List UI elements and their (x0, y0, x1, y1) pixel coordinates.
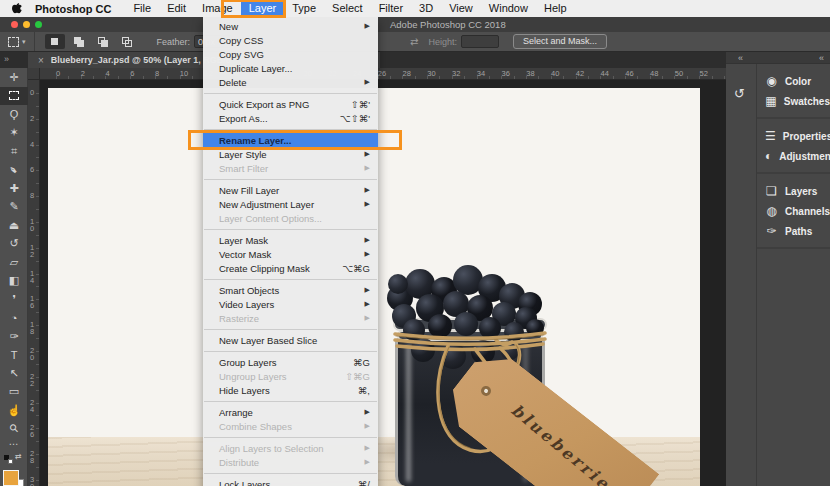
ruler-number: 2 (30, 115, 38, 122)
menu-item-duplicate-layer[interactable]: Duplicate Layer... (203, 61, 378, 75)
menubar-item-type[interactable]: Type (284, 0, 324, 17)
collapse-panels-icon[interactable]: « (819, 52, 824, 64)
menu-item-label: Export As... (219, 113, 268, 124)
menu-item-create-clipping-mask[interactable]: Create Clipping Mask⌥⌘G (203, 261, 378, 275)
default-swap-colors[interactable]: ⇄ (0, 453, 27, 465)
panel-tab-paths[interactable]: ✑Paths (757, 221, 830, 241)
subtract-from-selection-button[interactable] (93, 34, 113, 49)
zoom-window-button[interactable] (35, 21, 42, 28)
tab-close-icon[interactable]: × (38, 55, 44, 66)
menu-item-layer-mask[interactable]: Layer Mask▶ (203, 233, 378, 247)
history-brush-tool[interactable]: ↺ (0, 235, 28, 254)
clone-stamp-tool[interactable]: ⏏ (0, 216, 28, 235)
menu-item-delete[interactable]: Delete▶ (203, 75, 378, 89)
brush-tool-icon: ✎ (9, 200, 18, 213)
menu-item-label: Group Layers (219, 357, 277, 368)
menubar-item-filter[interactable]: Filter (371, 0, 411, 17)
close-window-button[interactable] (11, 21, 18, 28)
pen-tool[interactable]: ✑ (0, 327, 28, 346)
history-panel-icon[interactable]: ↺ (734, 86, 745, 101)
ruler-number: 32 (452, 69, 460, 78)
menu-item-rename-layer[interactable]: Rename Layer... (203, 133, 378, 147)
new-selection-icon (51, 38, 58, 45)
menu-separator (204, 93, 377, 94)
healing-brush-tool[interactable]: ✚ (0, 179, 28, 198)
brush-tool[interactable]: ✎ (0, 198, 28, 217)
menu-item-export-as[interactable]: Export As...⌥⇧⌘' (203, 111, 378, 125)
menu-item-hide-layers[interactable]: Hide Layers⌘, (203, 383, 378, 397)
edit-toolbar-button[interactable]: … (0, 438, 27, 450)
panel-tab-swatches[interactable]: ▦Swatches (757, 91, 830, 111)
menu-separator (204, 401, 377, 402)
ruler-number: 18 (30, 321, 38, 335)
menubar-item-window[interactable]: Window (481, 0, 536, 17)
menu-item-lock-layers[interactable]: Lock Layers...⌘/ (203, 477, 378, 486)
menu-item-group-layers[interactable]: Group Layers⌘G (203, 355, 378, 369)
blur-tool[interactable]: ❜ (0, 290, 28, 309)
menu-item-label: Rasterize (219, 313, 259, 324)
crop-tool-icon: ⌗ (11, 145, 17, 158)
ruler-number: 6 (130, 69, 134, 78)
path-selection-tool[interactable]: ↖ (0, 364, 28, 383)
menu-item-new[interactable]: New▶ (203, 19, 378, 33)
menu-item-label: Layer Content Options... (219, 213, 322, 224)
panel-tab-layers[interactable]: ❏Layers (757, 181, 830, 201)
move-tool[interactable]: ✛ (0, 68, 28, 87)
new-selection-button[interactable] (45, 34, 65, 49)
apple-logo-icon[interactable] (10, 2, 23, 15)
menu-item-new-layer-based-slice[interactable]: New Layer Based Slice (203, 333, 378, 347)
menubar-item-layer[interactable]: Layer (241, 0, 285, 17)
menu-item-video-layers[interactable]: Video Layers▶ (203, 297, 378, 311)
menubar-item-3d[interactable]: 3D (411, 0, 441, 17)
quick-selection-tool[interactable]: ✶ (0, 124, 28, 143)
menubar-app-name[interactable]: Photoshop CC (35, 3, 111, 15)
height-input[interactable] (461, 35, 499, 48)
menubar-item-edit[interactable]: Edit (159, 0, 194, 17)
add-to-selection-button[interactable] (69, 34, 89, 49)
menu-item-quick-export-as-png[interactable]: Quick Export as PNG⇧⌘' (203, 97, 378, 111)
menu-item-new-fill-layer[interactable]: New Fill Layer▶ (203, 183, 378, 197)
menubar-item-help[interactable]: Help (536, 0, 575, 17)
menu-item-arrange[interactable]: Arrange▶ (203, 405, 378, 419)
panel-tab-channels[interactable]: ◍Channels (757, 201, 830, 221)
toolbar-collapse-icon[interactable]: » (4, 54, 9, 64)
submenu-arrow-icon: ▶ (365, 422, 370, 430)
menubar-item-image[interactable]: Image (194, 0, 241, 17)
panel-tab-color[interactable]: ◉Color (757, 71, 830, 91)
hand-tool[interactable]: ☝ (0, 401, 28, 420)
menu-item-vector-mask[interactable]: Vector Mask▶ (203, 247, 378, 261)
select-and-mask-button[interactable]: Select and Mask... (513, 34, 607, 49)
dodge-tool[interactable]: ◔ (0, 309, 28, 328)
menu-item-copy-svg[interactable]: Copy SVG (203, 47, 378, 61)
menu-item-smart-objects[interactable]: Smart Objects▶ (203, 283, 378, 297)
rectangle-tool[interactable]: ▭ (0, 383, 28, 402)
canvas-pasteboard[interactable]: blueberries (40, 80, 726, 486)
panel-tab-adjustments[interactable]: ◐Adjustments (757, 146, 830, 166)
eraser-tool[interactable]: ▱ (0, 253, 28, 272)
link-dimensions-icon[interactable]: ⇄ (410, 36, 418, 47)
collapse-panels-icon[interactable]: « (738, 52, 743, 64)
lasso-tool[interactable]: Ϙ (0, 105, 28, 124)
gradient-tool[interactable]: ◧ (0, 272, 28, 291)
vertical-ruler[interactable]: 024681012141618202224262830 (28, 80, 40, 486)
horizontal-ruler[interactable]: 0246810121416182022242628303234363840424… (40, 68, 726, 80)
minimize-window-button[interactable] (23, 21, 30, 28)
menubar-item-select[interactable]: Select (324, 0, 371, 17)
tool-preset-picker[interactable]: ▾ (0, 32, 35, 51)
crop-tool[interactable]: ⌗ (0, 142, 28, 161)
menu-item-label: Rename Layer... (219, 135, 291, 146)
menu-item-copy-css[interactable]: Copy CSS (203, 33, 378, 47)
menu-item-smart-filter: Smart Filter▶ (203, 161, 378, 175)
menu-item-new-adjustment-layer[interactable]: New Adjustment Layer▶ (203, 197, 378, 211)
eyedropper-tool[interactable]: ✒ (0, 161, 28, 180)
ruler-number: 10 (180, 69, 188, 78)
menu-item-layer-style[interactable]: Layer Style▶ (203, 147, 378, 161)
rectangular-marquee-tool[interactable] (0, 87, 28, 106)
panel-tab-properties[interactable]: ☰Properties (757, 126, 830, 146)
foreground-color-swatch[interactable] (3, 470, 19, 486)
menubar-item-file[interactable]: File (125, 0, 159, 17)
menubar-item-view[interactable]: View (441, 0, 481, 17)
intersect-selection-button[interactable] (117, 34, 137, 49)
ruler-number: 38 (526, 69, 534, 78)
type-tool[interactable]: T (0, 346, 28, 365)
